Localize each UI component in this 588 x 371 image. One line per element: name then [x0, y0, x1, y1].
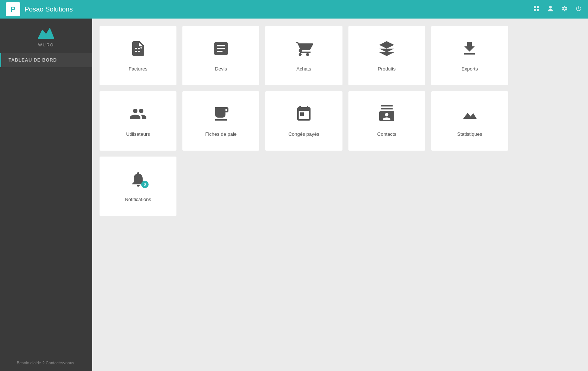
tile-exports-label: Exports [461, 66, 478, 72]
sidebar-help-text: Besoin d'aide ? Contactez-nous. [17, 361, 75, 365]
header-icons [533, 5, 582, 14]
bell-icon: 0 [129, 170, 147, 191]
stats-icon [461, 105, 478, 126]
svg-rect-2 [534, 9, 536, 11]
tile-conges-payes-label: Congés payés [288, 131, 319, 137]
svg-rect-5 [38, 37, 54, 39]
sidebar: wuro Tableau de bord Besoin d'aide ? Con… [0, 19, 92, 371]
sidebar-brand: wuro [38, 43, 54, 47]
notifications-badge: 0 [141, 181, 149, 188]
tile-achats-label: Achats [296, 66, 311, 72]
crown-icon [37, 26, 55, 42]
sidebar-footer: Besoin d'aide ? Contactez-nous. [0, 355, 92, 371]
users-icon [129, 105, 147, 126]
tile-fiches-de-paie[interactable]: € Fiches de paie [182, 91, 259, 151]
invoice-icon: € [129, 40, 147, 61]
tiles-grid: € Factures Devis [100, 26, 508, 216]
header-title: Posao Solutions [25, 6, 533, 13]
tile-factures-label: Factures [129, 66, 147, 72]
header-logo: P [6, 2, 20, 16]
tile-exports[interactable]: Exports [431, 26, 508, 85]
tile-contacts-label: Contacts [377, 131, 396, 137]
content: € Factures Devis [92, 19, 588, 371]
svg-rect-0 [534, 6, 536, 8]
main-layout: wuro Tableau de bord Besoin d'aide ? Con… [0, 19, 588, 371]
svg-text:€: € [218, 111, 220, 115]
sidebar-nav: Tableau de bord [0, 53, 92, 355]
tile-devis[interactable]: Devis [182, 26, 259, 85]
tile-statistiques[interactable]: Statistiques [431, 91, 508, 151]
cart-icon [295, 40, 313, 61]
tile-utilisateurs-label: Utilisateurs [126, 131, 150, 137]
user-icon[interactable] [547, 5, 554, 14]
svg-rect-1 [537, 6, 539, 8]
grid-icon[interactable] [533, 5, 540, 14]
tile-fiches-de-paie-label: Fiches de paie [205, 131, 237, 137]
header-logo-letter: P [10, 5, 15, 14]
stack-icon [378, 40, 396, 61]
tile-devis-label: Devis [215, 66, 227, 72]
tile-statistiques-label: Statistiques [457, 131, 482, 137]
svg-marker-4 [39, 28, 53, 37]
tile-factures[interactable]: € Factures [100, 26, 176, 85]
contacts-icon [378, 105, 396, 126]
svg-rect-3 [537, 9, 539, 11]
tile-conges-payes[interactable]: Congés payés [265, 91, 342, 151]
tile-notifications[interactable]: 0 Notifications [100, 157, 176, 216]
power-icon[interactable] [575, 5, 582, 14]
sidebar-logo: wuro [0, 19, 92, 53]
tile-contacts[interactable]: Contacts [348, 91, 425, 151]
sidebar-item-tableau-de-bord[interactable]: Tableau de bord [0, 53, 92, 67]
payslip-icon: € [212, 105, 230, 126]
calculator-icon [212, 40, 230, 61]
svg-text:€: € [134, 52, 136, 56]
tile-notifications-label: Notifications [125, 197, 151, 202]
header: P Posao Solutions [0, 0, 588, 19]
settings-icon[interactable] [561, 5, 568, 14]
tile-produits-label: Produits [378, 66, 396, 72]
export-icon [461, 40, 478, 61]
calendar-icon [295, 105, 313, 126]
tile-utilisateurs[interactable]: Utilisateurs [100, 91, 176, 151]
tile-achats[interactable]: Achats [265, 26, 342, 85]
tile-produits[interactable]: Produits [348, 26, 425, 85]
